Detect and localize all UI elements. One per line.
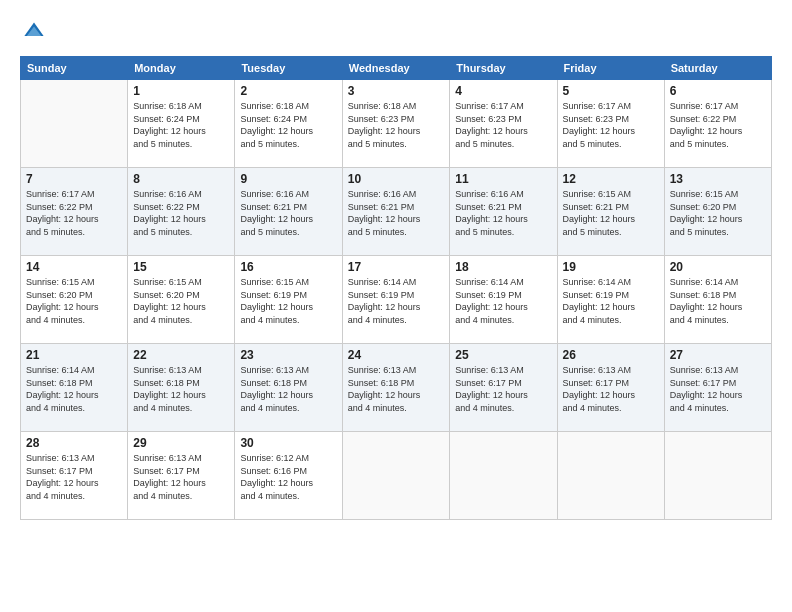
calendar-week-row: 21Sunrise: 6:14 AM Sunset: 6:18 PM Dayli…: [21, 344, 772, 432]
calendar-cell: [450, 432, 557, 520]
day-number: 22: [133, 348, 229, 362]
calendar-cell: 14Sunrise: 6:15 AM Sunset: 6:20 PM Dayli…: [21, 256, 128, 344]
header: [20, 20, 772, 44]
day-info: Sunrise: 6:13 AM Sunset: 6:18 PM Dayligh…: [348, 364, 445, 414]
day-number: 9: [240, 172, 336, 186]
day-info: Sunrise: 6:13 AM Sunset: 6:18 PM Dayligh…: [133, 364, 229, 414]
day-info: Sunrise: 6:14 AM Sunset: 6:19 PM Dayligh…: [348, 276, 445, 326]
calendar-cell: 18Sunrise: 6:14 AM Sunset: 6:19 PM Dayli…: [450, 256, 557, 344]
calendar-week-row: 7Sunrise: 6:17 AM Sunset: 6:22 PM Daylig…: [21, 168, 772, 256]
day-info: Sunrise: 6:14 AM Sunset: 6:18 PM Dayligh…: [670, 276, 766, 326]
calendar-header-saturday: Saturday: [664, 57, 771, 80]
calendar-table: SundayMondayTuesdayWednesdayThursdayFrid…: [20, 56, 772, 520]
day-number: 19: [563, 260, 659, 274]
day-info: Sunrise: 6:13 AM Sunset: 6:17 PM Dayligh…: [670, 364, 766, 414]
calendar-cell: 21Sunrise: 6:14 AM Sunset: 6:18 PM Dayli…: [21, 344, 128, 432]
calendar-cell: 9Sunrise: 6:16 AM Sunset: 6:21 PM Daylig…: [235, 168, 342, 256]
calendar-week-row: 1Sunrise: 6:18 AM Sunset: 6:24 PM Daylig…: [21, 80, 772, 168]
day-info: Sunrise: 6:13 AM Sunset: 6:17 PM Dayligh…: [133, 452, 229, 502]
calendar-cell: [664, 432, 771, 520]
day-info: Sunrise: 6:16 AM Sunset: 6:22 PM Dayligh…: [133, 188, 229, 238]
calendar-cell: 23Sunrise: 6:13 AM Sunset: 6:18 PM Dayli…: [235, 344, 342, 432]
calendar-header-wednesday: Wednesday: [342, 57, 450, 80]
calendar-cell: 3Sunrise: 6:18 AM Sunset: 6:23 PM Daylig…: [342, 80, 450, 168]
calendar-cell: 15Sunrise: 6:15 AM Sunset: 6:20 PM Dayli…: [128, 256, 235, 344]
calendar-cell: 17Sunrise: 6:14 AM Sunset: 6:19 PM Dayli…: [342, 256, 450, 344]
calendar-header-monday: Monday: [128, 57, 235, 80]
calendar-cell: 8Sunrise: 6:16 AM Sunset: 6:22 PM Daylig…: [128, 168, 235, 256]
calendar-cell: 2Sunrise: 6:18 AM Sunset: 6:24 PM Daylig…: [235, 80, 342, 168]
day-info: Sunrise: 6:16 AM Sunset: 6:21 PM Dayligh…: [455, 188, 551, 238]
day-number: 20: [670, 260, 766, 274]
day-info: Sunrise: 6:15 AM Sunset: 6:20 PM Dayligh…: [26, 276, 122, 326]
day-number: 1: [133, 84, 229, 98]
day-number: 17: [348, 260, 445, 274]
day-number: 29: [133, 436, 229, 450]
calendar-cell: 20Sunrise: 6:14 AM Sunset: 6:18 PM Dayli…: [664, 256, 771, 344]
calendar-cell: 12Sunrise: 6:15 AM Sunset: 6:21 PM Dayli…: [557, 168, 664, 256]
day-number: 27: [670, 348, 766, 362]
day-info: Sunrise: 6:14 AM Sunset: 6:19 PM Dayligh…: [563, 276, 659, 326]
day-number: 25: [455, 348, 551, 362]
day-number: 13: [670, 172, 766, 186]
day-number: 30: [240, 436, 336, 450]
day-number: 4: [455, 84, 551, 98]
calendar-cell: 6Sunrise: 6:17 AM Sunset: 6:22 PM Daylig…: [664, 80, 771, 168]
day-number: 26: [563, 348, 659, 362]
day-number: 12: [563, 172, 659, 186]
day-number: 23: [240, 348, 336, 362]
day-info: Sunrise: 6:17 AM Sunset: 6:22 PM Dayligh…: [670, 100, 766, 150]
calendar-cell: 26Sunrise: 6:13 AM Sunset: 6:17 PM Dayli…: [557, 344, 664, 432]
calendar-cell: 5Sunrise: 6:17 AM Sunset: 6:23 PM Daylig…: [557, 80, 664, 168]
day-info: Sunrise: 6:13 AM Sunset: 6:17 PM Dayligh…: [455, 364, 551, 414]
day-number: 8: [133, 172, 229, 186]
day-info: Sunrise: 6:15 AM Sunset: 6:20 PM Dayligh…: [670, 188, 766, 238]
calendar-cell: 27Sunrise: 6:13 AM Sunset: 6:17 PM Dayli…: [664, 344, 771, 432]
day-info: Sunrise: 6:17 AM Sunset: 6:23 PM Dayligh…: [563, 100, 659, 150]
day-info: Sunrise: 6:17 AM Sunset: 6:22 PM Dayligh…: [26, 188, 122, 238]
calendar-header-tuesday: Tuesday: [235, 57, 342, 80]
day-number: 5: [563, 84, 659, 98]
day-info: Sunrise: 6:16 AM Sunset: 6:21 PM Dayligh…: [348, 188, 445, 238]
day-number: 3: [348, 84, 445, 98]
calendar-cell: 11Sunrise: 6:16 AM Sunset: 6:21 PM Dayli…: [450, 168, 557, 256]
day-number: 28: [26, 436, 122, 450]
day-info: Sunrise: 6:15 AM Sunset: 6:20 PM Dayligh…: [133, 276, 229, 326]
page: SundayMondayTuesdayWednesdayThursdayFrid…: [0, 0, 792, 612]
day-number: 16: [240, 260, 336, 274]
day-info: Sunrise: 6:13 AM Sunset: 6:17 PM Dayligh…: [563, 364, 659, 414]
calendar-cell: 13Sunrise: 6:15 AM Sunset: 6:20 PM Dayli…: [664, 168, 771, 256]
calendar-header-sunday: Sunday: [21, 57, 128, 80]
calendar-cell: 19Sunrise: 6:14 AM Sunset: 6:19 PM Dayli…: [557, 256, 664, 344]
day-info: Sunrise: 6:18 AM Sunset: 6:24 PM Dayligh…: [240, 100, 336, 150]
day-number: 6: [670, 84, 766, 98]
day-number: 7: [26, 172, 122, 186]
calendar-cell: 16Sunrise: 6:15 AM Sunset: 6:19 PM Dayli…: [235, 256, 342, 344]
day-number: 15: [133, 260, 229, 274]
day-info: Sunrise: 6:13 AM Sunset: 6:18 PM Dayligh…: [240, 364, 336, 414]
calendar-cell: 10Sunrise: 6:16 AM Sunset: 6:21 PM Dayli…: [342, 168, 450, 256]
calendar-cell: 4Sunrise: 6:17 AM Sunset: 6:23 PM Daylig…: [450, 80, 557, 168]
day-number: 10: [348, 172, 445, 186]
calendar-cell: 22Sunrise: 6:13 AM Sunset: 6:18 PM Dayli…: [128, 344, 235, 432]
day-info: Sunrise: 6:13 AM Sunset: 6:17 PM Dayligh…: [26, 452, 122, 502]
day-info: Sunrise: 6:16 AM Sunset: 6:21 PM Dayligh…: [240, 188, 336, 238]
calendar-cell: 29Sunrise: 6:13 AM Sunset: 6:17 PM Dayli…: [128, 432, 235, 520]
day-number: 2: [240, 84, 336, 98]
day-info: Sunrise: 6:15 AM Sunset: 6:21 PM Dayligh…: [563, 188, 659, 238]
calendar-cell: 7Sunrise: 6:17 AM Sunset: 6:22 PM Daylig…: [21, 168, 128, 256]
calendar-cell: 24Sunrise: 6:13 AM Sunset: 6:18 PM Dayli…: [342, 344, 450, 432]
calendar-cell: 25Sunrise: 6:13 AM Sunset: 6:17 PM Dayli…: [450, 344, 557, 432]
day-info: Sunrise: 6:14 AM Sunset: 6:18 PM Dayligh…: [26, 364, 122, 414]
calendar-cell: 28Sunrise: 6:13 AM Sunset: 6:17 PM Dayli…: [21, 432, 128, 520]
logo: [20, 20, 46, 44]
calendar-cell: [557, 432, 664, 520]
day-number: 14: [26, 260, 122, 274]
calendar-week-row: 28Sunrise: 6:13 AM Sunset: 6:17 PM Dayli…: [21, 432, 772, 520]
day-info: Sunrise: 6:17 AM Sunset: 6:23 PM Dayligh…: [455, 100, 551, 150]
day-number: 18: [455, 260, 551, 274]
day-number: 21: [26, 348, 122, 362]
day-info: Sunrise: 6:14 AM Sunset: 6:19 PM Dayligh…: [455, 276, 551, 326]
calendar-cell: [21, 80, 128, 168]
calendar-header-row: SundayMondayTuesdayWednesdayThursdayFrid…: [21, 57, 772, 80]
